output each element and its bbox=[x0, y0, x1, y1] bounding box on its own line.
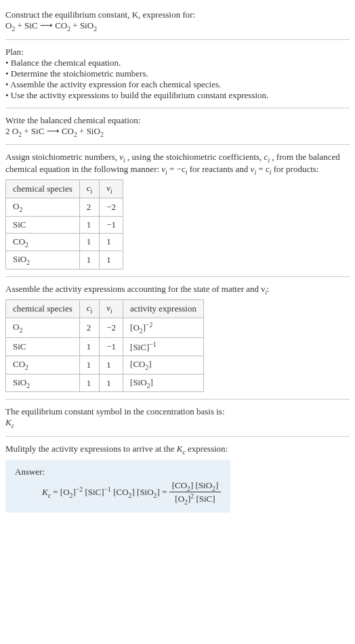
sub-2: 2 bbox=[74, 130, 77, 137]
balanced-equation: 2 O2 + SiC ⟶ CO2 + SiO2 bbox=[5, 126, 350, 138]
eq-text: [CO bbox=[113, 487, 128, 497]
sub-i: i bbox=[123, 156, 125, 164]
species-text: CO bbox=[13, 236, 25, 246]
cell-ci: 1 bbox=[79, 337, 100, 356]
balanced-section: Write the balanced chemical equation: 2 … bbox=[5, 111, 350, 142]
eq-text: ] [SiO bbox=[131, 487, 153, 497]
stoich-table: chemical species ci νi O2 2 −2 SiC 1 −1 … bbox=[5, 179, 123, 269]
sub: 2 bbox=[19, 326, 22, 334]
act-text: ] bbox=[148, 359, 151, 369]
rel-text: = c bbox=[258, 164, 269, 174]
col-activity: activity expression bbox=[123, 300, 204, 318]
sub-i: i bbox=[110, 307, 112, 315]
species-sio2: + SiO bbox=[72, 20, 93, 30]
col-species: chemical species bbox=[6, 300, 80, 318]
cell-ci: 2 bbox=[79, 198, 100, 216]
cell-nui: 1 bbox=[100, 233, 123, 251]
species-o2: O bbox=[5, 20, 12, 30]
assign-section: Assign stoichiometric numbers, νi , usin… bbox=[5, 148, 350, 274]
cell-activity: [SiC]−1 bbox=[123, 337, 204, 356]
act-text: [SiC] bbox=[130, 342, 149, 352]
answer-box: Answer: Kc = [O2]−2 [SiC]−1 [CO2] [SiO2]… bbox=[5, 460, 230, 513]
act-text: [CO bbox=[130, 359, 145, 369]
cell-species: SiO2 bbox=[6, 374, 80, 392]
activity-text: Assemble the activity expressions accoun… bbox=[5, 284, 265, 294]
symbol-text: The equilibrium constant symbol in the c… bbox=[5, 406, 350, 417]
sub: 2 bbox=[26, 259, 30, 266]
den-text: [O bbox=[175, 494, 184, 504]
divider bbox=[5, 108, 350, 108]
act-text: [O bbox=[130, 322, 140, 332]
act-text: ] bbox=[150, 377, 153, 387]
cell-activity: [CO2] bbox=[123, 356, 204, 374]
numerator: [CO2] [SiO2] bbox=[169, 480, 222, 493]
act-text: [SiO bbox=[130, 377, 147, 387]
k-letter: K bbox=[42, 487, 48, 497]
species-sic: + SiC bbox=[18, 20, 40, 30]
table-row: SiO2 1 1 bbox=[6, 251, 123, 270]
exp: −2 bbox=[76, 485, 83, 492]
col-ci: ci bbox=[79, 180, 100, 198]
cell-nui: −1 bbox=[100, 216, 123, 233]
exp: −1 bbox=[104, 485, 111, 492]
sub-c: c bbox=[12, 422, 14, 429]
divider bbox=[5, 39, 350, 40]
sub-i: i bbox=[186, 168, 188, 175]
divider bbox=[5, 436, 350, 437]
cell-nui: −1 bbox=[100, 337, 123, 356]
table-header-row: chemical species ci νi bbox=[6, 180, 123, 198]
sub-2: 2 bbox=[100, 130, 104, 137]
answer-label: Answer: bbox=[15, 467, 221, 477]
plan-bullet: • Determine the stoichiometric numbers. bbox=[5, 68, 350, 79]
sub: 2 bbox=[26, 381, 30, 389]
answer-equation: Kc = [O2]−2 [SiC]−1 [CO2] [SiO2] = [CO2]… bbox=[15, 480, 221, 507]
sub-c: c bbox=[48, 491, 51, 498]
eq-text: ] = bbox=[156, 487, 169, 497]
plan-bullet: • Use the activity expressions to build … bbox=[5, 90, 350, 101]
rel-text: = −c bbox=[169, 164, 186, 174]
species-text: SiO bbox=[13, 377, 26, 387]
cell-activity: [SiO2] bbox=[123, 374, 204, 392]
sub-i: i bbox=[268, 156, 270, 164]
cell-nui: 1 bbox=[100, 251, 123, 270]
col-ci: ci bbox=[79, 300, 100, 318]
divider bbox=[5, 276, 350, 277]
species-co2: CO bbox=[62, 126, 74, 136]
species-o2: 2 O bbox=[5, 126, 18, 136]
sub-i: i bbox=[110, 188, 112, 195]
intro-equation: O2 + SiC ⟶ CO2 + SiO2 bbox=[5, 20, 350, 33]
cell-species: SiO2 bbox=[6, 251, 80, 270]
balanced-title: Write the balanced chemical equation: bbox=[5, 115, 350, 126]
sub-i: i bbox=[91, 188, 93, 195]
exp: −2 bbox=[146, 321, 152, 328]
cell-species: CO2 bbox=[6, 233, 80, 251]
divider bbox=[5, 399, 350, 400]
activity-table: chemical species ci νi activity expressi… bbox=[5, 299, 204, 392]
cell-species: SiC bbox=[6, 337, 80, 356]
sub-2: 2 bbox=[93, 25, 97, 33]
sub-2: 2 bbox=[67, 25, 70, 33]
cell-ci: 1 bbox=[79, 216, 100, 233]
assign-text: , using the stoichiometric coefficients, bbox=[127, 152, 264, 162]
table-row: O2 2 −2 [O2]−2 bbox=[6, 318, 204, 337]
sub: 2 bbox=[25, 240, 28, 248]
cell-ci: 1 bbox=[79, 374, 100, 392]
cell-nui: −2 bbox=[100, 198, 123, 216]
sub-2: 2 bbox=[18, 130, 22, 137]
sub-i: i bbox=[165, 168, 167, 175]
cell-species: O2 bbox=[6, 318, 80, 337]
k-letter: K bbox=[5, 417, 12, 427]
plan-section: Plan: • Balance the chemical equation. •… bbox=[5, 43, 350, 105]
arrow-icon: ⟶ bbox=[47, 126, 60, 136]
species-text: CO bbox=[13, 359, 25, 369]
exp: −1 bbox=[149, 341, 156, 348]
divider bbox=[5, 144, 350, 145]
intro-line1: Construct the equilibrium constant, K, e… bbox=[5, 9, 350, 20]
fraction: [CO2] [SiO2] [O2]2 [SiC] bbox=[169, 480, 222, 507]
species-co2: CO bbox=[55, 20, 67, 30]
table-row: SiC 1 −1 bbox=[6, 216, 123, 233]
colon: : bbox=[267, 284, 270, 294]
sub: 2 bbox=[19, 206, 22, 213]
plan-title: Plan: bbox=[5, 47, 350, 58]
assign-text: for products: bbox=[274, 164, 319, 174]
